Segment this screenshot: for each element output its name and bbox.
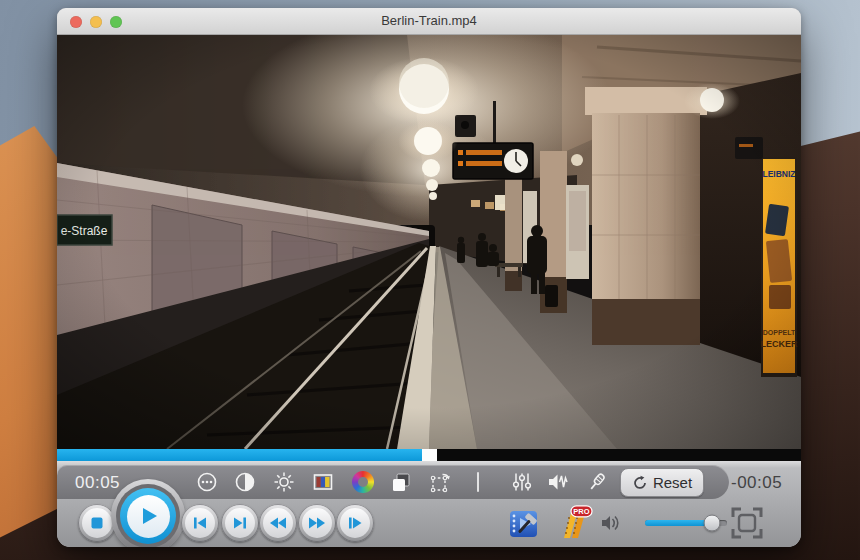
reset-label: Reset <box>653 474 692 491</box>
stop-button[interactable] <box>78 504 116 542</box>
crop-rotate-icon[interactable] <box>428 470 452 494</box>
next-icon <box>231 515 249 531</box>
pro-badge-label: PRO <box>573 507 589 516</box>
equalizer-icon[interactable] <box>510 470 534 494</box>
video-tools-icon[interactable] <box>507 505 543 541</box>
stop-icon <box>89 515 105 531</box>
color-bars-icon[interactable] <box>311 470 335 494</box>
volume-slider[interactable] <box>645 520 727 526</box>
play-icon <box>136 504 160 528</box>
fullscreen-icon[interactable] <box>730 506 764 540</box>
reset-icon <box>632 475 648 491</box>
window-title: Berlin-Train.mp4 <box>57 13 801 28</box>
volume-knob[interactable] <box>704 515 721 532</box>
elapsed-time: 00:05 <box>75 473 120 493</box>
previous-icon <box>191 515 209 531</box>
player-window: Berlin-Train.mp4 <box>57 8 801 547</box>
play-button[interactable] <box>111 479 185 547</box>
step-forward-button[interactable] <box>336 504 374 542</box>
brightness-icon[interactable] <box>272 470 296 494</box>
reset-button[interactable]: Reset <box>620 468 704 497</box>
microphone-icon[interactable] <box>585 470 609 494</box>
toolbar-divider <box>477 472 479 492</box>
step-forward-icon <box>346 515 364 531</box>
video-canvas[interactable]: e-Straße <box>57 35 801 449</box>
desktop-screen: { "window": { "title": "Berlin-Train.mp4… <box>0 0 860 560</box>
rewind-button[interactable] <box>259 504 297 542</box>
progress-fill <box>57 449 422 461</box>
contrast-icon[interactable] <box>233 470 257 494</box>
rewind-icon <box>268 515 288 531</box>
progress-thumb[interactable] <box>422 449 437 461</box>
more-options-icon[interactable] <box>195 470 219 494</box>
audio-wave-icon[interactable] <box>546 470 570 494</box>
previous-button[interactable] <box>181 504 219 542</box>
next-button[interactable] <box>221 504 259 542</box>
pro-app-icon[interactable]: PRO <box>557 505 593 541</box>
control-panel: 00:05 -00:05 <box>57 461 801 547</box>
video-scene: e-Straße <box>57 35 801 449</box>
seek-bar[interactable] <box>57 449 801 461</box>
fast-forward-button[interactable] <box>298 504 336 542</box>
color-wheel-icon[interactable] <box>352 471 374 493</box>
volume-fill <box>645 520 712 526</box>
titlebar[interactable]: Berlin-Train.mp4 <box>57 8 801 35</box>
volume-icon[interactable] <box>600 513 624 533</box>
scene-vignette <box>57 35 801 449</box>
remaining-time: -00:05 <box>731 473 782 493</box>
layers-icon[interactable] <box>389 470 413 494</box>
fast-forward-icon <box>307 515 327 531</box>
